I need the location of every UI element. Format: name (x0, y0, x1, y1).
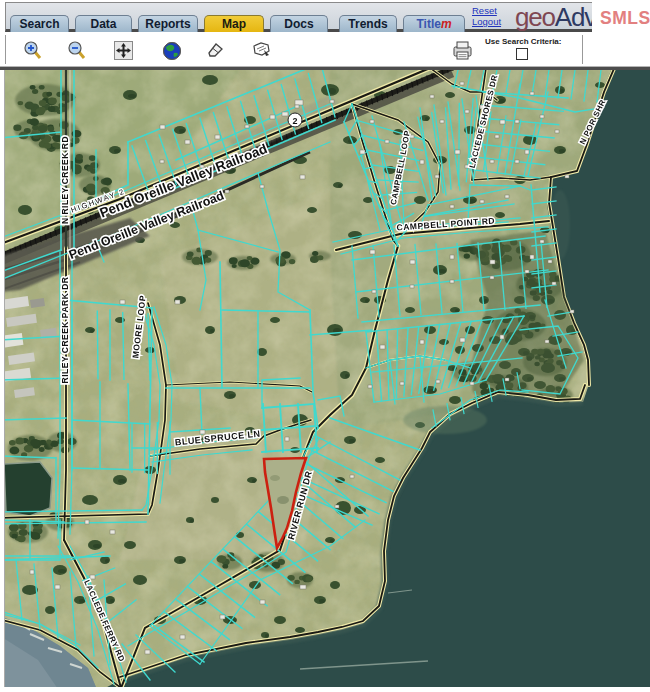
svg-text:N RILEY CREEK RD: N RILEY CREEK RD (60, 136, 70, 224)
svg-text:RILEY CREEK PARK DR: RILEY CREEK PARK DR (60, 277, 70, 384)
svg-text:2: 2 (292, 116, 297, 126)
